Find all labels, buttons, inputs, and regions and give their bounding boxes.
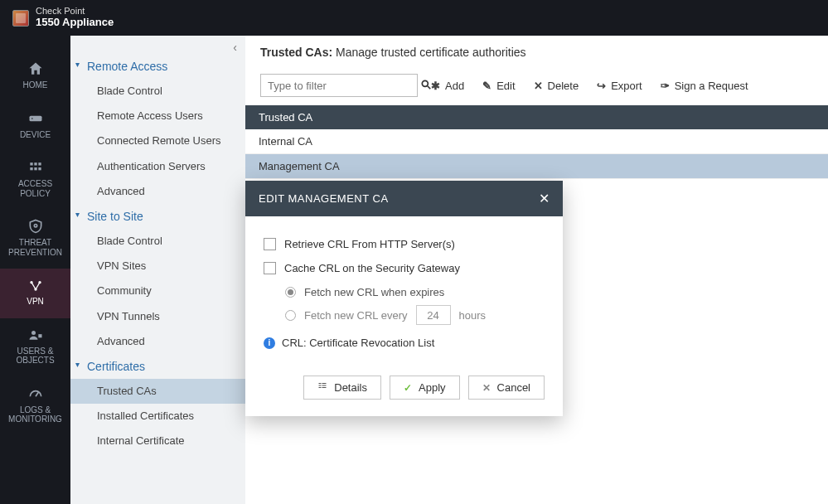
rail-label: LOGS & MONITORING (8, 405, 62, 424)
brand-text: Check Point 1550 Appliance (36, 7, 114, 29)
table-header: Trusted CA (245, 105, 828, 129)
dialog-body: Retrieve CRL From HTTP Server(s) Cache C… (245, 216, 563, 359)
crl-fetch-radio-group: Fetch new CRL when expires Fetch new CRL… (264, 286, 545, 325)
rail-label: VPN (27, 297, 44, 306)
vpn-icon (27, 277, 44, 293)
grid-icon (27, 159, 44, 176)
rail-threat-prevention[interactable]: THREAT PREVENTION (0, 210, 70, 269)
svg-rect-13 (38, 334, 41, 337)
rail-logs-monitoring[interactable]: LOGS & MONITORING (0, 377, 70, 436)
sidebar-item[interactable]: Community (70, 279, 245, 303)
sidebar-item-trusted-cas[interactable]: Trusted CAs (70, 379, 245, 404)
btn-label: Cancel (497, 381, 530, 394)
svg-rect-17 (319, 383, 322, 384)
rail-label: ACCESS POLICY (18, 179, 52, 198)
btn-label: Add (445, 80, 464, 92)
rail-device[interactable]: DEVICE (0, 102, 70, 152)
details-icon (317, 381, 327, 394)
rail-label: HOME (23, 80, 48, 90)
svg-rect-22 (322, 387, 327, 388)
section-remote-access[interactable]: Remote Access (70, 54, 245, 79)
page-title-rest: Manage trusted certificate authorities (336, 46, 526, 59)
sidebar-item[interactable]: VPN Sites (70, 254, 245, 279)
radio-label-unit: hours (459, 309, 487, 322)
sidebar-item[interactable]: Installed Certificates (70, 404, 245, 429)
sidebar-item[interactable]: Authentication Servers (70, 154, 245, 179)
svg-rect-2 (30, 162, 32, 165)
section-certificates[interactable]: Certificates (70, 354, 245, 379)
collapse-panel-icon[interactable]: ‹ (233, 41, 237, 54)
users-icon (27, 327, 44, 343)
delete-button[interactable]: ✕Delete (529, 76, 584, 95)
add-button[interactable]: ✱Add (426, 76, 469, 95)
toolbar: ✱Add ✎Edit ✕Delete ↪Export ✑Sign a Reque… (245, 69, 828, 105)
info-icon: i (264, 337, 275, 349)
table-row[interactable]: Management CA (245, 154, 828, 179)
cache-crl-checkbox[interactable] (264, 262, 276, 274)
rail-access-policy[interactable]: ACCESS POLICY (0, 151, 70, 210)
btn-label: Sign a Request (675, 80, 748, 92)
device-icon (27, 110, 44, 127)
dialog-title: EDIT MANAGEMENT CA (259, 192, 389, 205)
radio-fetch-expires[interactable] (285, 287, 296, 298)
svg-rect-7 (38, 167, 41, 170)
retrieve-crl-checkbox[interactable] (264, 238, 276, 250)
btn-label: Delete (548, 80, 579, 92)
btn-label: Apply (419, 381, 446, 394)
fetch-hours-input[interactable] (416, 305, 451, 325)
gauge-icon (27, 385, 44, 402)
sidebar-item[interactable]: Connected Remote Users (70, 128, 245, 153)
export-button[interactable]: ↪Export (592, 76, 647, 95)
sidebar-item[interactable]: Blade Control (70, 229, 245, 254)
rail-home[interactable]: HOME (0, 52, 70, 102)
dialog-header: EDIT MANAGEMENT CA ✕ (245, 181, 563, 216)
svg-rect-5 (30, 167, 32, 170)
dialog-footer: Details ✓ Apply ✕ Cancel (245, 359, 563, 416)
home-icon (27, 61, 44, 77)
rail-vpn[interactable]: VPN (0, 269, 70, 318)
sidebar-item[interactable]: Remote Access Users (70, 104, 245, 128)
rail-label: THREAT PREVENTION (8, 238, 62, 257)
btn-label: Export (611, 80, 642, 92)
btn-label: Edit (496, 80, 515, 92)
side-panel: ‹ Remote Access Blade Control Remote Acc… (70, 36, 245, 504)
rail-label: DEVICE (20, 130, 51, 139)
sidebar-item[interactable]: Advanced (70, 329, 245, 354)
brand-top: Check Point (36, 7, 114, 16)
svg-rect-20 (322, 383, 327, 384)
radio-fetch-every[interactable] (285, 310, 296, 321)
sign-request-button[interactable]: ✑Sign a Request (656, 76, 753, 95)
check-icon: ✓ (404, 382, 412, 394)
checkbox-label: Cache CRL on the Security Gateway (284, 262, 460, 274)
sidebar-item[interactable]: Blade Control (70, 79, 245, 104)
brand-bottom: 1550 Appliance (36, 16, 114, 29)
nav-rail: HOME DEVICE ACCESS POLICY THREAT PREVENT… (0, 36, 70, 504)
details-button[interactable]: Details (303, 376, 381, 400)
svg-rect-18 (319, 385, 322, 386)
sidebar-item[interactable]: Internal Certificate (70, 429, 245, 453)
apply-button[interactable]: ✓ Apply (390, 376, 460, 400)
svg-rect-3 (34, 162, 36, 165)
sidebar-item[interactable]: VPN Tunnels (70, 304, 245, 329)
x-icon: ✕ (534, 80, 543, 92)
edit-button[interactable]: ✎Edit (477, 76, 520, 95)
svg-rect-21 (322, 385, 327, 386)
filter-input-wrap[interactable] (260, 74, 418, 97)
cancel-button[interactable]: ✕ Cancel (468, 376, 545, 400)
info-text: CRL: Certificate Revocation List (282, 337, 434, 349)
app-header: Check Point 1550 Appliance (0, 0, 828, 36)
page-title: Trusted CAs: Manage trusted certificate … (245, 36, 828, 69)
filter-input[interactable] (261, 80, 414, 92)
section-site-to-site[interactable]: Site to Site (70, 204, 245, 229)
edit-dialog: EDIT MANAGEMENT CA ✕ Retrieve CRL From H… (245, 181, 563, 416)
close-icon[interactable]: ✕ (539, 191, 550, 206)
brand-logo (12, 10, 29, 27)
table-row[interactable]: Internal CA (245, 129, 828, 154)
svg-point-1 (31, 118, 33, 119)
btn-label: Details (334, 381, 367, 394)
rail-users-objects[interactable]: USERS & OBJECTS (0, 318, 70, 377)
page-title-bold: Trusted CAs: (260, 46, 332, 59)
svg-rect-6 (34, 167, 36, 170)
sidebar-item[interactable]: Advanced (70, 179, 245, 204)
checkbox-label: Retrieve CRL From HTTP Server(s) (284, 238, 455, 250)
